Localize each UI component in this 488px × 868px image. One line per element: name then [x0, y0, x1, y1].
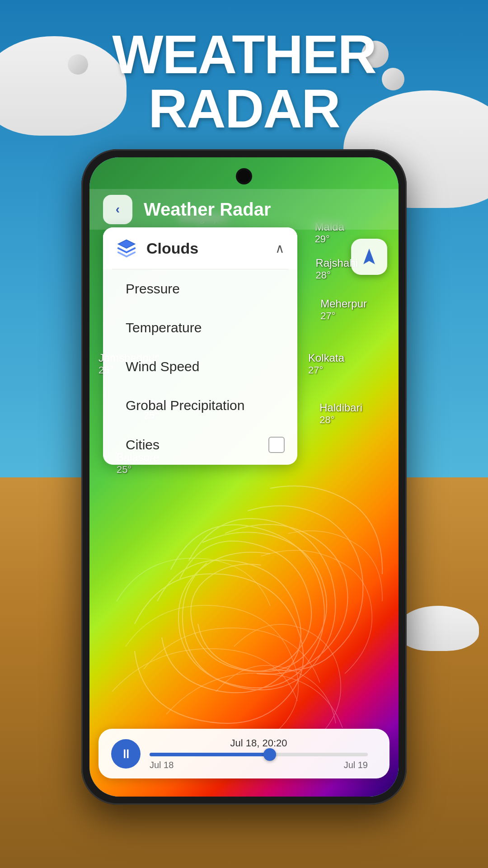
cloud-bottom-right [398, 606, 479, 651]
cities-checkbox[interactable] [268, 437, 285, 453]
back-icon: ‹ [116, 202, 120, 217]
timeline-slider-wrapper: Jul 18, 20:20 Jul 18 Jul 19 [150, 737, 368, 770]
timeline-end-label: Jul 19 [344, 760, 368, 770]
back-button[interactable]: ‹ [103, 195, 132, 224]
layers-icon [116, 237, 137, 259]
city-kolkata: Kolkata 27° [308, 352, 344, 376]
timeline-start-label: Jul 18 [150, 760, 174, 770]
location-icon [359, 247, 379, 267]
main-title: WEATHER RADAR [0, 27, 488, 136]
app-screen: Bhagalpur Malda 29° Rajshahi 28° Meherpu… [89, 157, 399, 797]
timeline-date-label: Jul 18, 20:20 [150, 737, 368, 749]
dropdown-item-cities[interactable]: Cities [103, 425, 297, 465]
slider-thumb[interactable] [263, 748, 276, 761]
location-button[interactable] [351, 239, 387, 275]
timeline-bar: ⏸ Jul 18, 20:20 Jul 18 Jul 19 [99, 729, 389, 778]
dropdown-item-wind-speed[interactable]: Wind Speed [103, 347, 297, 386]
phone-mockup: Bhagalpur Malda 29° Rajshahi 28° Meherpu… [81, 149, 407, 805]
phone-body: Bhagalpur Malda 29° Rajshahi 28° Meherpu… [81, 149, 407, 805]
slider-track[interactable] [150, 753, 368, 756]
city-meherpur: Meherpur 27° [320, 297, 367, 322]
pause-button[interactable]: ⏸ [111, 739, 141, 769]
dropdown-header[interactable]: Clouds ∧ [103, 227, 297, 269]
dropdown-item-pressure[interactable]: Pressure [103, 269, 297, 308]
header-title: Weather Radar [144, 199, 271, 220]
phone-camera [238, 170, 250, 183]
title-line1: WEATHER [0, 27, 488, 81]
city-haldibari: Haldibari 28° [319, 401, 362, 426]
timeline-labels: Jul 18 Jul 19 [150, 760, 368, 770]
dropdown-chevron-icon: ∧ [275, 241, 285, 256]
slider-fill [150, 753, 270, 756]
title-line2: RADAR [0, 81, 488, 136]
dropdown-item-temperature[interactable]: Temperature [103, 308, 297, 347]
dropdown-selected-label: Clouds [146, 240, 275, 257]
layer-dropdown-panel: Clouds ∧ Pressure Temperature Wind Speed [103, 227, 297, 465]
pause-icon: ⏸ [120, 746, 132, 761]
app-header: ‹ Weather Radar [89, 189, 399, 230]
phone-screen: Bhagalpur Malda 29° Rajshahi 28° Meherpu… [89, 157, 399, 797]
dropdown-item-precipitation[interactable]: Grobal Precipitation [103, 386, 297, 425]
